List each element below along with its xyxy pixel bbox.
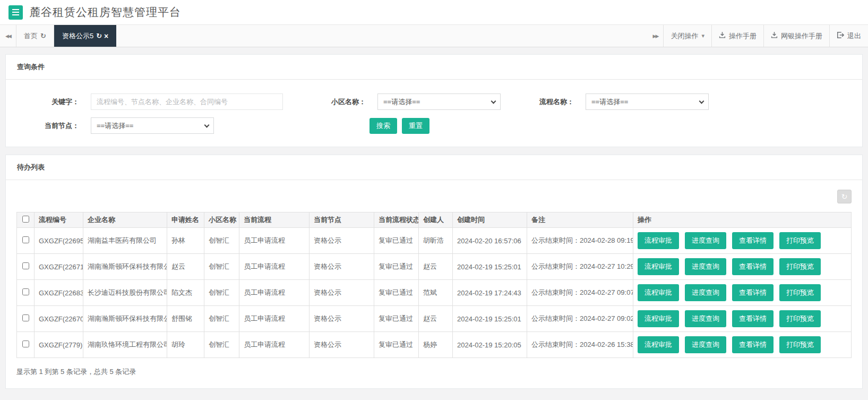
tabbar-spacer: [116, 25, 647, 47]
approve-button[interactable]: 流程审批: [638, 232, 679, 249]
approve-button[interactable]: 流程审批: [638, 336, 679, 353]
cell-company: 湖南玖恪环境工程有限公司: [83, 332, 167, 358]
tab-home-label: 首页: [24, 31, 38, 41]
cell-creator: 赵云: [419, 306, 453, 332]
col-process-id: 流程编号: [35, 212, 83, 228]
cell-process-id: GXGZF(22683): [35, 280, 83, 306]
cell-create-time: 2024-02-19 15:25:01: [453, 254, 527, 280]
cell-create-time: 2024-02-19 17:24:43: [453, 280, 527, 306]
bank-manual-download-button[interactable]: 网银操作手册: [763, 25, 829, 47]
cell-company: 湖南瀚斯顿环保科技有限公司: [83, 306, 167, 332]
logout-button[interactable]: 退出: [829, 25, 868, 47]
col-creator: 创建人: [419, 212, 453, 228]
process-name-select-control[interactable]: ==请选择==: [586, 93, 709, 110]
manual-download-button[interactable]: 操作手册: [711, 25, 763, 47]
close-operations-dropdown[interactable]: 关闭操作 ▾: [663, 25, 711, 47]
progress-button[interactable]: 进度查询: [685, 284, 726, 301]
table-row: GXGZF(22695) 湖南益丰医药有限公司 孙林 创智汇 员工申请流程 资格…: [17, 228, 852, 254]
row-checkbox[interactable]: [22, 314, 29, 321]
table-row: GXGZF(22683) 长沙迪迈科技股份有限公司 陷文杰 创智汇 员工申请流程…: [17, 280, 852, 306]
col-flow-status: 当前流程状态: [374, 212, 419, 228]
col-current-node: 当前节点: [310, 212, 374, 228]
cell-process-id: GXGZF(22671): [35, 254, 83, 280]
hamburger-menu-button[interactable]: [8, 5, 23, 20]
approve-button[interactable]: 流程审批: [638, 258, 679, 275]
detail-button[interactable]: 查看详情: [732, 310, 774, 327]
close-operations-label: 关闭操作: [671, 31, 698, 41]
refresh-icon[interactable]: ↻: [40, 32, 46, 40]
progress-button[interactable]: 进度查询: [685, 258, 726, 275]
search-button[interactable]: 搜索: [369, 118, 397, 134]
cell-company: 长沙迪迈科技股份有限公司: [83, 280, 167, 306]
cell-applicant: 胡玲: [167, 332, 204, 358]
actions-cell: 流程审批进度查询查看详情打印预览: [633, 228, 852, 254]
caret-down-icon: ▾: [701, 32, 704, 39]
reset-button[interactable]: 重置: [402, 118, 429, 134]
community-select-control[interactable]: ==请选择==: [377, 93, 501, 110]
table-row: GXGZF(22670) 湖南瀚斯顿环保科技有限公司 舒围铭 创智汇 员工申请流…: [17, 306, 852, 332]
progress-button[interactable]: 进度查询: [685, 232, 726, 249]
close-icon[interactable]: ×: [104, 32, 108, 40]
tabs-scroll-right-icon[interactable]: ▶▶: [647, 25, 663, 47]
cell-current-node: 资格公示: [310, 332, 374, 358]
process-name-select[interactable]: ==请选择==: [586, 93, 709, 110]
process-name-label: 流程名称：: [530, 97, 586, 107]
print-button[interactable]: 打印预览: [779, 310, 821, 327]
cell-flow-status: 复审已通过: [374, 228, 419, 254]
table-row: GXGZF(22671) 湖南瀚斯顿环保科技有限公司 赵云 创智汇 员工申请流程…: [17, 254, 852, 280]
approve-button[interactable]: 流程审批: [638, 310, 679, 327]
cell-remark: 公示结束时间：2024-02-26 15:38:56: [527, 332, 633, 358]
download-icon: [719, 31, 726, 40]
cell-flow-status: 复审已通过: [374, 332, 419, 358]
print-button[interactable]: 打印预览: [779, 336, 821, 353]
keyword-label: 关键字：: [16, 97, 91, 107]
cell-community: 创智汇: [204, 306, 239, 332]
row-checkbox[interactable]: [22, 341, 29, 347]
current-node-select-control[interactable]: ==请选择==: [91, 117, 214, 134]
download-icon: [771, 31, 778, 40]
cell-create-time: 2024-02-19 15:20:05: [453, 332, 527, 358]
cell-current-flow: 员工申请流程: [239, 280, 310, 306]
col-community: 小区名称: [204, 212, 239, 228]
cell-creator: 胡昕浩: [419, 228, 453, 254]
tab-qualification-label: 资格公示5: [62, 31, 93, 41]
progress-button[interactable]: 进度查询: [685, 336, 726, 353]
logout-icon: [837, 31, 844, 40]
keyword-input[interactable]: [91, 93, 283, 110]
detail-button[interactable]: 查看详情: [732, 284, 774, 301]
tabs-scroll-left-icon[interactable]: ◀◀: [0, 25, 16, 47]
detail-button[interactable]: 查看详情: [732, 232, 774, 249]
cell-community: 创智汇: [204, 254, 239, 280]
cell-current-node: 资格公示: [310, 306, 374, 332]
current-node-select[interactable]: ==请选择==: [91, 117, 214, 134]
query-panel: 查询条件 关键字： 小区名称： ==请选择== 流程名称：: [5, 54, 863, 147]
logout-label: 退出: [847, 31, 861, 41]
cell-creator: 赵云: [419, 254, 453, 280]
table-refresh-button[interactable]: ↻: [837, 190, 852, 203]
approve-button[interactable]: 流程审批: [638, 284, 679, 301]
print-button[interactable]: 打印预览: [779, 232, 821, 249]
row-checkbox[interactable]: [22, 288, 29, 295]
cell-current-node: 资格公示: [310, 254, 374, 280]
select-all-checkbox[interactable]: [22, 216, 29, 223]
current-node-label: 当前节点：: [16, 121, 91, 131]
cell-remark: 公示结束时间：2024-02-28 09:19:25: [527, 228, 633, 254]
refresh-icon[interactable]: ↻: [96, 32, 102, 40]
cell-create-time: 2024-02-19 15:25:01: [453, 306, 527, 332]
print-button[interactable]: 打印预览: [779, 258, 821, 275]
print-button[interactable]: 打印预览: [779, 284, 821, 301]
tab-qualification-publicity[interactable]: 资格公示5 ↻ ×: [54, 25, 116, 47]
cell-remark: 公示结束时间：2024-02-27 09:07:19: [527, 280, 633, 306]
cell-current-flow: 员工申请流程: [239, 306, 310, 332]
detail-button[interactable]: 查看详情: [732, 258, 774, 275]
row-checkbox[interactable]: [22, 236, 29, 243]
col-actions: 操作: [633, 212, 852, 228]
todo-table: 流程编号 企业名称 申请姓名 小区名称 当前流程 当前节点 当前流程状态 创建人…: [16, 212, 852, 358]
cell-applicant: 孙林: [167, 228, 204, 254]
col-remark: 备注: [527, 212, 633, 228]
tab-home[interactable]: 首页 ↻: [16, 25, 54, 47]
row-checkbox[interactable]: [22, 262, 29, 269]
detail-button[interactable]: 查看详情: [732, 336, 774, 353]
community-select[interactable]: ==请选择==: [377, 93, 501, 110]
progress-button[interactable]: 进度查询: [685, 310, 726, 327]
